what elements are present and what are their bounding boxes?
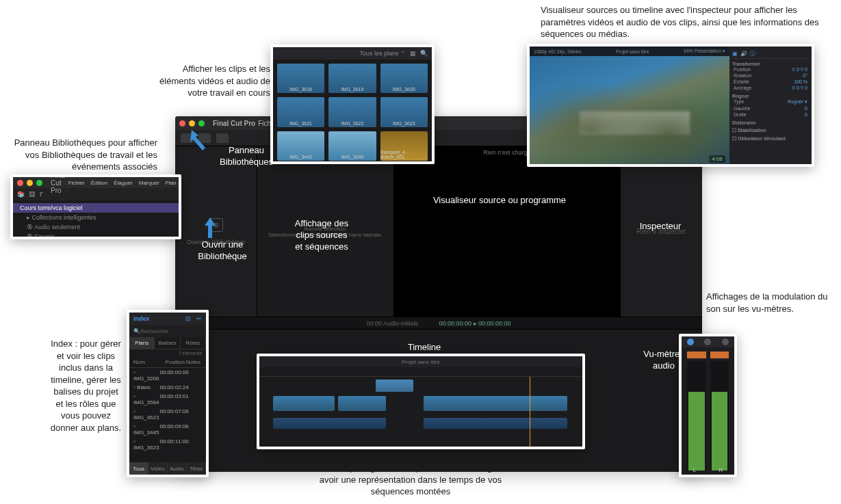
section-crop[interactable]: Rogner [732, 94, 809, 98]
index-rows[interactable]: ▫ IMG_320600:00:00:00▫ Blanc00:00:02:24▫… [129, 368, 206, 452]
zoom-pct[interactable]: 34% [684, 49, 693, 53]
index-search[interactable]: 🔍 Rechercher [129, 325, 206, 337]
col-header[interactable]: Notes [186, 359, 202, 365]
filter-dropdown[interactable]: Tous les plans ⌃ [359, 50, 406, 57]
libs-list[interactable]: Cours torre/vca logiciel ▸ Collections i… [13, 200, 179, 239]
menu-édition[interactable]: Édition [91, 180, 107, 186]
minimize-icon[interactable] [27, 180, 33, 186]
keyword-button[interactable] [198, 133, 211, 143]
inspector-tab[interactable]: ⓘ [750, 50, 755, 57]
index-filter-titres[interactable]: Titres [187, 462, 206, 475]
index-tabs[interactable]: PlansBalisesRôles [129, 337, 206, 349]
video-clip[interactable] [273, 396, 335, 411]
vu-channel-left [687, 352, 706, 470]
inspector-panel[interactable]: Rien à inspecter [620, 146, 702, 317]
menu-élaguer[interactable]: Élaguer [114, 180, 133, 186]
clip-thumbnail[interactable]: IMG_3443 [277, 131, 324, 161]
param-row[interactable]: Rotation0° [732, 72, 809, 79]
enhance-button[interactable] [216, 133, 229, 143]
audio-scope-icon[interactable] [704, 339, 711, 345]
library-icon[interactable]: 📚 [17, 191, 25, 198]
menu-plan[interactable]: Plan [166, 180, 177, 186]
vu-channel-right [710, 352, 729, 470]
index-tab-plans[interactable]: Plans [129, 337, 155, 349]
close-icon[interactable] [179, 120, 185, 127]
param-row[interactable]: Gauche0 [732, 105, 809, 111]
timeline-body[interactable] [259, 377, 582, 447]
tool-icon[interactable]: ✂ [196, 315, 202, 322]
col-header[interactable]: Nom [133, 359, 166, 365]
import-button[interactable] [181, 133, 193, 143]
zoom-icon[interactable] [198, 120, 205, 127]
inspector-tab[interactable]: 🔊 [740, 51, 747, 57]
index-row[interactable]: ▫ Blanc00:00:02:24 [129, 383, 206, 392]
menu-marquer[interactable]: Marquer [139, 180, 159, 186]
param-row[interactable]: TypeRogner ▾ [732, 98, 809, 105]
audio-clip[interactable] [424, 418, 567, 429]
clip-thumbnail[interactable]: IMG_3619 [328, 64, 376, 93]
clip-thumbnail[interactable]: IMG_3623 [380, 97, 428, 127]
index-row[interactable]: ▫ IMG_320600:00:00:00 [129, 368, 206, 383]
smart-collection-item[interactable]: ⦿ Favoris [13, 232, 179, 239]
photos-icon[interactable]: 🖼 [29, 191, 35, 198]
param-row[interactable]: Échelle100 % [732, 79, 809, 85]
zoom-icon[interactable] [36, 180, 42, 186]
section-transform[interactable]: Transformer [732, 62, 809, 66]
inspector-float[interactable]: ▣🔊ⓘ Transformer PositionX 0 Y 0Rotation0… [729, 47, 812, 164]
video-clip[interactable] [338, 396, 386, 411]
index-row[interactable]: ▫ IMG_358400:00:03:01 [129, 392, 206, 407]
index-filter-vidéo[interactable]: Vidéo [148, 462, 168, 475]
titles-icon[interactable]: 𝑻 [39, 191, 43, 198]
clip-thumbnail[interactable]: IMG_3620 [380, 64, 428, 93]
param-row[interactable]: PositionX 0 Y 0 [732, 66, 809, 72]
video-scope-icon[interactable] [687, 339, 694, 345]
color-scope-icon[interactable] [722, 339, 729, 345]
param-row[interactable]: Droite0 [732, 111, 809, 118]
search-icon[interactable]: 🔍 [420, 50, 428, 57]
param-row[interactable]: AncrageX 0 Y 0 [732, 85, 809, 91]
index-columns: NomPositionNotes [129, 357, 206, 368]
index-tab-rôles[interactable]: Rôles [181, 337, 206, 349]
menubar[interactable]: FichierÉditionÉlaguerMarquerPlanModifier… [68, 180, 181, 186]
index-row[interactable]: ▫ IMG_362300:00:11:00 [129, 437, 206, 452]
minimize-icon[interactable] [189, 120, 195, 127]
index-footer-tabs[interactable]: TousVidéoAudioTitres [129, 462, 206, 475]
index-filter-audio[interactable]: Audio [168, 462, 187, 475]
inspector-tabs[interactable]: ▣🔊ⓘ [732, 49, 809, 59]
library-panel[interactable]: ⊞ Ouvrir la bibliothèque [175, 146, 257, 317]
index-row[interactable]: ▫ IMG_362300:00:07:08 [129, 407, 206, 422]
index-row[interactable]: ▫ IMG_344500:00:09:06 [129, 422, 206, 437]
smart-collections[interactable]: ▸ Collections intelligentes [13, 213, 179, 222]
inspector-tab[interactable]: ▣ [732, 51, 738, 57]
section-stabilization[interactable]: ☐ Stabilisation [732, 128, 809, 133]
view-menu[interactable]: Présentation [695, 49, 721, 53]
index-tab-balises[interactable]: Balises [155, 337, 180, 349]
clip-thumbnail[interactable]: IMG_3621 [277, 97, 324, 127]
section-distort[interactable]: Distorsion [732, 120, 809, 125]
clip-thumbnail[interactable]: IMG_3622 [328, 97, 376, 127]
close-icon[interactable] [17, 180, 23, 186]
window-controls[interactable] [179, 120, 205, 127]
app-name: Final Cut Pro [213, 120, 255, 127]
clip-thumbnail[interactable]: IMG_3640 [328, 131, 376, 161]
section-rolling-shutter[interactable]: ☐ Obturateur déroulant [732, 136, 809, 142]
vu-level-bar [712, 392, 728, 470]
smart-collection-item[interactable]: ⦿ Audio seulement [13, 222, 179, 232]
grid-view-icon[interactable]: ▦ [410, 50, 416, 57]
connected-clip[interactable] [376, 380, 413, 392]
clip-thumbnail[interactable]: Rampant_4…Bokeh_001 [380, 131, 428, 161]
thumbnail-grid[interactable]: IMG_3618IMG_3619IMG_3620IMG_3621IMG_3622… [273, 59, 432, 164]
viewer-panel[interactable]: Rien n'est chargé [394, 146, 620, 317]
tool-icon[interactable]: ⊟ [185, 315, 191, 322]
timeline-ruler[interactable] [259, 367, 582, 377]
index-filter-tous[interactable]: Tous [129, 462, 148, 475]
library-row-selected[interactable]: Cours torre/vca logiciel [13, 203, 179, 213]
playhead[interactable] [530, 377, 530, 447]
audio-clip[interactable] [273, 418, 386, 429]
viewer-preview[interactable]: 1080p HD 24p, Stéréo Projet sans titre 3… [530, 47, 729, 164]
browser-panel[interactable]: Aucune sélection. Sélectionnez un élémen… [257, 146, 394, 317]
col-header[interactable]: Position [166, 359, 186, 365]
video-clip[interactable] [424, 396, 567, 411]
menu-fichier[interactable]: Fichier [68, 180, 85, 186]
clip-thumbnail[interactable]: IMG_3618 [277, 64, 324, 93]
